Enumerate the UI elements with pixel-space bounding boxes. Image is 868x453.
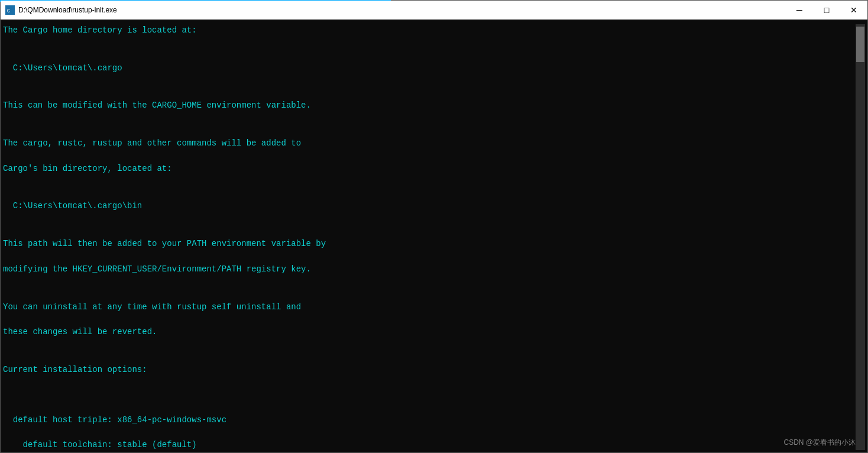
terminal-line: The Cargo home directory is located at: <box>3 24 853 37</box>
scrollbar-thumb[interactable] <box>856 27 864 62</box>
window-controls: ─ □ ✕ <box>786 1 867 20</box>
terminal-line: C:\Users\tomcat\.cargo\bin <box>3 200 853 213</box>
terminal-line: these changes will be reverted. <box>3 326 853 339</box>
terminal-line: This path will then be added to your PAT… <box>3 238 853 251</box>
terminal-line: The cargo, rustc, rustup and other comma… <box>3 137 853 150</box>
window-title: D:\QMDownload\rustup-init.exe <box>18 6 863 14</box>
terminal-line: You can uninstall at any time with rustu… <box>3 301 853 314</box>
title-bar: C D:\QMDownload\rustup-init.exe ─ □ ✕ <box>1 1 867 20</box>
terminal-output: The Cargo home directory is located at: … <box>3 24 853 450</box>
terminal-line: C:\Users\tomcat\.cargo <box>3 62 853 75</box>
terminal-body: The Cargo home directory is located at: … <box>1 20 867 452</box>
terminal-line: This can be modified with the CARGO_HOME… <box>3 99 853 112</box>
app-icon: C <box>5 5 15 15</box>
window: C D:\QMDownload\rustup-init.exe ─ □ ✕ Th… <box>0 0 868 453</box>
terminal-line: Cargo's bin directory, located at: <box>3 163 853 176</box>
svg-text:C: C <box>7 8 10 14</box>
terminal-line: modifying the HKEY_CURRENT_USER/Environm… <box>3 263 853 276</box>
terminal-line: default toolchain: stable (default) <box>3 439 853 450</box>
watermark: CSDN @爱看书的小沐 <box>783 438 856 448</box>
terminal-line: default host triple: x86_64-pc-windows-m… <box>3 414 853 427</box>
maximize-button[interactable]: □ <box>813 1 840 20</box>
scrollbar[interactable] <box>856 24 865 450</box>
minimize-button[interactable]: ─ <box>786 1 813 20</box>
terminal-line: Current installation options: <box>3 364 853 377</box>
terminal-content: The Cargo home directory is located at: … <box>3 24 856 450</box>
close-button[interactable]: ✕ <box>840 1 867 20</box>
